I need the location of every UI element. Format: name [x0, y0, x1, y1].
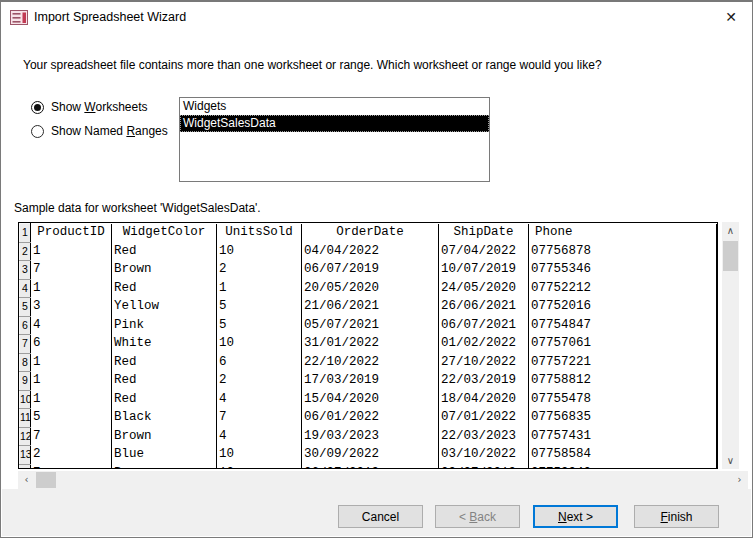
data-cell: 30/09/2022: [302, 446, 439, 465]
back-button: < Back: [435, 505, 520, 528]
sample-table-row: 91Red217/03/201922/03/201907758812: [20, 372, 717, 391]
data-cell: 1: [31, 279, 112, 298]
data-cell: 22/10/2022: [302, 353, 439, 372]
data-cell: 10/07/2019: [439, 261, 529, 280]
window-title: Import Spreadsheet Wizard: [34, 2, 186, 33]
data-cell: 18/04/2020: [439, 390, 529, 409]
row-number: 9: [20, 372, 31, 391]
data-cell: 21/06/2021: [302, 298, 439, 317]
data-cell: 10: [217, 446, 302, 465]
title-bar[interactable]: Import Spreadsheet Wizard ✕: [1, 2, 752, 33]
spreadsheet-wizard-icon: [10, 10, 28, 25]
finish-button[interactable]: Finish: [634, 505, 719, 528]
data-cell: 07755478: [529, 390, 717, 409]
data-cell: 1: [217, 279, 302, 298]
scroll-left-icon[interactable]: ‹: [18, 471, 35, 489]
radio-show-named-ranges[interactable]: Show Named Ranges: [31, 123, 168, 139]
vertical-scrollbar[interactable]: ∧ ∨: [722, 222, 739, 469]
data-cell: Pink: [112, 316, 217, 335]
data-cell: Red: [112, 390, 217, 409]
worksheet-list[interactable]: WidgetsWidgetSalesData: [179, 97, 490, 182]
data-cell: 07757221: [529, 353, 717, 372]
data-cell: 07/01/2022: [439, 409, 529, 428]
data-cell: 2: [217, 372, 302, 391]
data-cell: Brown: [112, 427, 217, 446]
data-cell: 3: [31, 298, 112, 317]
data-cell: 4: [217, 390, 302, 409]
row-number: 1: [20, 224, 31, 243]
sample-table-row: 81Red622/10/202227/10/202207757221: [20, 353, 717, 372]
row-number: 8: [20, 353, 31, 372]
data-cell: 07755346: [529, 261, 717, 280]
data-cell: 06/07/2019: [302, 464, 439, 469]
next-button[interactable]: Next >: [533, 505, 618, 528]
data-cell: 07756878: [529, 242, 717, 261]
column-header-cell: WidgetColor: [112, 224, 217, 243]
horizontal-scrollbar-thumb[interactable]: [36, 472, 56, 488]
data-cell: 22/03/2019: [439, 372, 529, 391]
close-icon[interactable]: ✕: [716, 6, 746, 28]
sample-table-header-row: 1ProductIDWidgetColorUnitsSoldOrderDateS…: [20, 224, 717, 243]
sample-table-row: 21Red1004/04/202207/04/202207756878: [20, 242, 717, 261]
row-number: 11: [20, 409, 31, 428]
data-cell: 20/05/2020: [302, 279, 439, 298]
vertical-scrollbar-thumb[interactable]: [723, 241, 738, 271]
data-cell: Red: [112, 279, 217, 298]
row-number: 7: [20, 335, 31, 354]
scroll-right-icon[interactable]: ›: [731, 471, 748, 489]
data-cell: 1: [31, 390, 112, 409]
data-cell: 7: [31, 464, 112, 469]
data-cell: 19/03/2023: [302, 427, 439, 446]
data-cell: 6: [217, 353, 302, 372]
data-cell: 06/07/2021: [439, 316, 529, 335]
data-cell: 07754847: [529, 316, 717, 335]
data-cell: 07757431: [529, 427, 717, 446]
data-cell: 4: [31, 316, 112, 335]
data-cell: Red: [112, 242, 217, 261]
worksheet-list-item[interactable]: WidgetSalesData: [180, 115, 489, 132]
column-header-cell: OrderDate: [302, 224, 439, 243]
data-cell: 24/05/2020: [439, 279, 529, 298]
data-cell: 4: [217, 427, 302, 446]
import-spreadsheet-wizard-dialog: Import Spreadsheet Wizard ✕ Your spreads…: [0, 0, 753, 538]
data-cell: 7: [31, 261, 112, 280]
sample-table-row: 101Red415/04/202018/04/202007755478: [20, 390, 717, 409]
data-cell: 26/06/2021: [439, 298, 529, 317]
data-cell: 01/02/2022: [439, 335, 529, 354]
data-cell: 07757061: [529, 335, 717, 354]
scroll-up-icon[interactable]: ∧: [722, 222, 739, 239]
data-cell: 15/04/2020: [302, 390, 439, 409]
row-number: 2: [20, 242, 31, 261]
row-number: 6: [20, 316, 31, 335]
sample-table-row: 53Yellow521/06/202126/06/202107752016: [20, 298, 717, 317]
data-cell: 06/07/2019: [302, 261, 439, 280]
radio-show-worksheets[interactable]: Show Worksheets: [31, 99, 148, 115]
cancel-button[interactable]: Cancel: [338, 505, 423, 528]
data-cell: Red: [112, 353, 217, 372]
column-header-cell: Phone: [529, 224, 717, 243]
row-number: 10: [20, 390, 31, 409]
data-cell: 1: [31, 372, 112, 391]
data-cell: 1: [31, 242, 112, 261]
data-cell: 07756835: [529, 409, 717, 428]
data-cell: 1: [31, 353, 112, 372]
sample-data-area: 1ProductIDWidgetColorUnitsSoldOrderDateS…: [18, 222, 748, 492]
data-cell: Blue: [112, 446, 217, 465]
data-cell: 27/10/2022: [439, 353, 529, 372]
data-cell: 07752212: [529, 279, 717, 298]
data-cell: 07758584: [529, 446, 717, 465]
data-cell: 03/10/2022: [439, 446, 529, 465]
worksheet-list-item[interactable]: Widgets: [180, 98, 489, 115]
sample-table-row: 115Black706/01/202207/01/202207756835: [20, 409, 717, 428]
row-number: 4: [20, 279, 31, 298]
sample-table-row: 127Brown419/03/202322/03/202307757431: [20, 427, 717, 446]
data-cell: 7: [217, 409, 302, 428]
sample-table-row: 132Blue1030/09/202203/10/202207758584: [20, 446, 717, 465]
data-cell: Black: [112, 409, 217, 428]
sample-table: 1ProductIDWidgetColorUnitsSoldOrderDateS…: [19, 223, 717, 469]
data-cell: 5: [217, 316, 302, 335]
scroll-down-icon[interactable]: ∨: [722, 452, 739, 469]
column-header-cell: ShipDate: [439, 224, 529, 243]
data-cell: 2: [31, 446, 112, 465]
horizontal-scrollbar[interactable]: ‹ ›: [18, 471, 748, 489]
